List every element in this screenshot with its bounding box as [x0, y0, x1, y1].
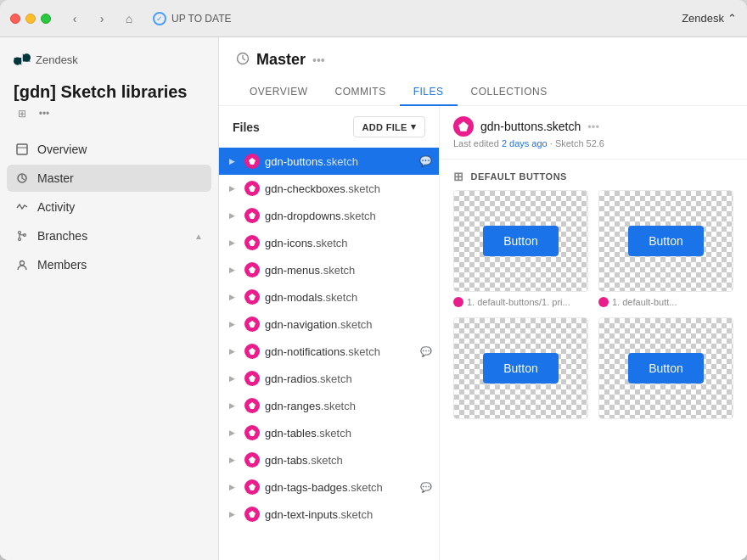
file-item[interactable]: ▶ gdn-navigation.sketch [219, 311, 439, 338]
file-item[interactable]: ▶ gdn-modals.sketch [219, 283, 439, 311]
file-item[interactable]: ▶ gdn-menus.sketch [219, 256, 439, 283]
maximize-button[interactable] [41, 14, 51, 24]
preview-panel: gdn-buttons.sketch ••• Last edited 2 day… [440, 106, 747, 560]
file-item[interactable]: ▶ gdn-icons.sketch [219, 229, 439, 256]
traffic-lights [10, 14, 51, 24]
file-item[interactable]: ▶ gdn-ranges.sketch [219, 392, 439, 419]
file-item[interactable]: ▶ gdn-tables.sketch [219, 419, 439, 446]
file-item[interactable]: ▶ gdn-buttons.sketch 💬 [219, 148, 439, 175]
content-area: Files ADD FILE ▾ ▶ gdn [219, 106, 747, 560]
comment-icon: 💬 [420, 346, 432, 357]
expand-icon: ▶ [229, 401, 239, 410]
svg-marker-20 [249, 484, 256, 490]
sidebar-item-overview[interactable]: Overview [7, 136, 211, 163]
preview-card[interactable]: Button 1. default-buttons/1. pri... [453, 190, 588, 307]
sidebar-item-master[interactable]: Master [7, 165, 211, 192]
preview-card[interactable]: Button [453, 317, 588, 419]
back-button[interactable]: ‹ [65, 8, 85, 29]
preview-card-image: Button [598, 190, 733, 292]
repo-header: Master ••• OVERVIEW COMMITS FILES COLLEC… [219, 37, 747, 106]
file-item[interactable]: ▶ gdn-tabs.sketch [219, 446, 439, 473]
comment-icon: 💬 [419, 155, 432, 167]
dropdown-arrow-icon: ▾ [411, 121, 416, 132]
svg-marker-22 [458, 121, 469, 132]
sidebar-item-branches[interactable]: Branches ▲ [7, 222, 211, 249]
button-preview: Button [628, 353, 703, 384]
svg-marker-13 [249, 294, 256, 300]
svg-marker-12 [249, 266, 256, 273]
file-item[interactable]: ▶ gdn-text-inputs.sketch [219, 501, 439, 528]
file-name: gdn-dropdowns.sketch [265, 210, 432, 222]
svg-marker-11 [249, 239, 256, 246]
button-preview: Button [628, 226, 703, 256]
forward-button[interactable]: › [92, 8, 112, 29]
branches-arrow-icon: ▲ [194, 232, 203, 241]
activity-icon [15, 200, 29, 214]
svg-marker-16 [249, 375, 256, 382]
file-name: gdn-navigation.sketch [265, 318, 432, 331]
sketch-file-icon [244, 154, 260, 169]
expand-icon: ▶ [229, 157, 239, 165]
sync-status: ✓ UP TO DATE [153, 12, 231, 25]
tab-overview[interactable]: OVERVIEW [236, 79, 321, 106]
members-icon [15, 258, 29, 272]
section-grid-icon: ⊞ [453, 170, 464, 183]
titlebar: ‹ › ⌂ ✓ UP TO DATE Zendesk ⌃ [0, 0, 747, 37]
home-button[interactable]: ⌂ [119, 8, 139, 29]
sidebar-branches-label: Branches [37, 229, 186, 243]
meta-suffix: · Sketch 52.6 [550, 138, 604, 148]
expand-icon: ▶ [229, 347, 239, 356]
file-item[interactable]: ▶ gdn-notifications.sketch 💬 [219, 338, 439, 365]
repo-icon [236, 52, 250, 69]
org-logo: Zendesk [14, 51, 78, 68]
repo-menu-button[interactable]: ••• [312, 53, 325, 67]
account-name: Zendesk [682, 12, 724, 25]
sketch-file-icon [244, 425, 260, 440]
file-item[interactable]: ▶ gdn-checkboxes.sketch [219, 175, 439, 202]
project-more-icon[interactable]: ••• [36, 105, 53, 122]
sketch-file-icon [244, 316, 260, 332]
button-preview: Button [483, 226, 558, 256]
file-name: gdn-buttons.sketch [265, 155, 414, 168]
file-item[interactable]: ▶ gdn-tags-badges.sketch 💬 [219, 473, 439, 501]
preview-card-image: Button [453, 190, 588, 292]
preview-card[interactable]: Button [598, 317, 733, 419]
file-item[interactable]: ▶ gdn-radios.sketch [219, 365, 439, 392]
close-button[interactable] [10, 14, 20, 24]
preview-card-image: Button [453, 317, 588, 419]
minimize-button[interactable] [25, 14, 36, 24]
svg-marker-10 [249, 212, 256, 219]
file-browser: Files ADD FILE ▾ ▶ gdn [219, 106, 440, 560]
card-label-text: 1. default-butt... [612, 297, 677, 307]
preview-card[interactable]: Button 1. default-butt... [598, 190, 733, 307]
svg-marker-17 [249, 402, 256, 409]
sketch-file-icon [244, 507, 260, 522]
tab-files[interactable]: FILES [400, 79, 458, 106]
svg-marker-19 [249, 456, 256, 463]
app-window: ‹ › ⌂ ✓ UP TO DATE Zendesk ⌃ [0, 0, 747, 560]
project-grid-icon[interactable]: ⊞ [14, 105, 31, 122]
sketch-file-icon [244, 262, 260, 277]
sketch-file-icon [244, 452, 260, 468]
svg-point-6 [20, 261, 25, 266]
expand-icon: ▶ [229, 293, 239, 301]
file-name: gdn-tabs.sketch [265, 454, 432, 467]
meta-link[interactable]: 2 days ago [502, 138, 548, 148]
sidebar-item-members[interactable]: Members [7, 251, 211, 278]
project-name: [gdn] Sketch libraries [14, 81, 205, 102]
add-file-button[interactable]: ADD FILE ▾ [353, 116, 425, 137]
tab-collections[interactable]: COLLECTIONS [458, 79, 561, 106]
project-icons: ⊞ ••• [14, 105, 205, 122]
account-switcher[interactable]: Zendesk ⌃ [682, 12, 737, 25]
sidebar: Zendesk [gdn] Sketch libraries ⊞ ••• Ove… [0, 37, 219, 560]
app-body: Zendesk [gdn] Sketch libraries ⊞ ••• Ove… [0, 37, 747, 560]
tab-commits[interactable]: COMMITS [321, 79, 399, 106]
org-name: Zendesk [36, 53, 78, 66]
sidebar-item-activity[interactable]: Activity [7, 193, 211, 221]
preview-file-menu-button[interactable]: ••• [587, 120, 599, 133]
preview-card-label: 1. default-buttons/1. pri... [453, 297, 588, 307]
expand-icon: ▶ [229, 374, 239, 383]
sidebar-master-label: Master [37, 171, 203, 185]
file-item[interactable]: ▶ gdn-dropdowns.sketch [219, 202, 439, 229]
card-label-text: 1. default-buttons/1. pri... [467, 297, 570, 307]
